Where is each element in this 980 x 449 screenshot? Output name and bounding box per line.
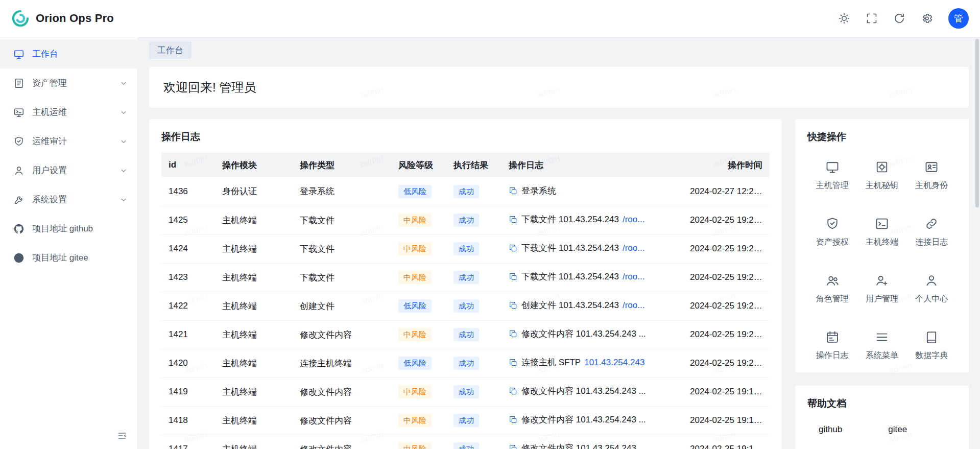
app-layout: 工作台资产管理主机运维运维审计用户设置系统设置项目地址 github项目地址 g… [0, 37, 980, 449]
sidebar-item-label: 项目地址 github [32, 223, 93, 234]
result-badge: 成功 [453, 357, 479, 370]
logs-table-header-row: id操作模块操作类型风险等级执行结果操作日志操作时间 [161, 153, 770, 177]
risk-badge: 低风险 [398, 357, 432, 370]
sidebar-item-label: 系统设置 [32, 194, 67, 205]
quick-action-data-dict[interactable]: 数据字典 [907, 330, 957, 361]
quick-action-role-manage[interactable]: 角色管理 [807, 273, 857, 304]
result-badge: 成功 [453, 414, 479, 427]
sidebar-item-label: 运维审计 [32, 135, 67, 147]
log-time: 2024-02-25 19:20:37 [683, 349, 770, 377]
copy-icon[interactable] [509, 415, 518, 424]
copy-icon[interactable] [509, 301, 518, 310]
quick-action-asset-grant[interactable]: 资产授权 [807, 217, 857, 248]
log-id: 1424 [161, 234, 215, 263]
theme-toggle-icon[interactable] [838, 12, 850, 25]
copy-icon[interactable] [509, 272, 518, 281]
log-module: 主机终端 [215, 234, 293, 263]
quick-action-label: 资产授权 [816, 237, 849, 248]
help-docs-title: 帮助文档 [807, 397, 957, 410]
sidebar-item-label: 工作台 [32, 48, 58, 60]
log-link[interactable]: /roo... [623, 243, 644, 253]
log-link[interactable]: /roo... [623, 272, 644, 282]
quick-action-host-key[interactable]: 主机秘钥 [857, 160, 906, 191]
help-links: githubgitee [807, 424, 957, 435]
asset-grant-icon [825, 217, 840, 231]
quick-action-terminal[interactable]: 主机终端 [857, 217, 906, 248]
fullscreen-icon[interactable] [866, 12, 878, 25]
log-time: 2024-02-27 12:28:59 [683, 177, 770, 206]
log-link[interactable]: /roo... [623, 215, 644, 225]
sidebar-item-workbench[interactable]: 工作台 [0, 39, 137, 68]
sidebar-item-audit[interactable]: 运维审计 [0, 127, 137, 156]
quick-actions-card: 快捷操作 主机管理主机秘钥主机身份资产授权主机终端连接日志角色管理用户管理个人中… [795, 119, 969, 372]
sidebar-collapse-icon[interactable] [117, 431, 127, 441]
main-area: 工作台 欢迎回来! 管理员 操作日志 id操作模块操作类型风险等级执行结果操作日… [138, 37, 980, 449]
assets-icon [13, 78, 25, 89]
quick-action-profile[interactable]: 个人中心 [907, 273, 957, 304]
sidebar-item-user[interactable]: 用户设置 [0, 156, 137, 185]
help-link-gitee[interactable]: gitee [888, 424, 907, 435]
log-row: 1420主机终端连接主机终端低风险成功连接主机 SFTP 101.43.254.… [161, 349, 770, 377]
quick-actions-title: 快捷操作 [807, 130, 957, 144]
log-type: 创建文件 [293, 292, 391, 320]
copy-icon[interactable] [509, 358, 518, 367]
result-badge: 成功 [453, 214, 479, 227]
log-id: 1423 [161, 263, 215, 292]
chevron-down-icon [119, 137, 128, 146]
log-id: 1419 [161, 377, 215, 406]
logs-column-header: 风险等级 [391, 153, 446, 177]
sidebar-item-label: 项目地址 gitee [32, 252, 88, 264]
copy-icon[interactable] [509, 387, 518, 396]
welcome-card: 欢迎回来! 管理员 [149, 67, 969, 108]
log-module: 主机终端 [215, 377, 293, 406]
page-scrollbar[interactable] [975, 38, 980, 449]
audit-icon [13, 136, 25, 147]
log-module: 身份认证 [215, 177, 293, 206]
sidebar-item-assets[interactable]: 资产管理 [0, 68, 137, 98]
log-message: 下载文件 101.43.254.243 [521, 214, 619, 225]
quick-action-host-manage[interactable]: 主机管理 [807, 160, 857, 191]
risk-badge: 中风险 [398, 214, 432, 227]
result-badge: 成功 [453, 185, 479, 198]
quick-action-user-manage[interactable]: 用户管理 [857, 273, 906, 304]
user-icon [13, 165, 25, 176]
logs-column-header: id [161, 153, 215, 177]
copy-icon[interactable] [509, 186, 518, 196]
sidebar-item-system[interactable]: 系统设置 [0, 185, 137, 214]
risk-badge: 中风险 [398, 385, 432, 398]
scrollbar-thumb[interactable] [975, 39, 979, 207]
logs-column-header: 操作时间 [683, 153, 770, 177]
sidebar-item-github[interactable]: 项目地址 github [0, 214, 137, 243]
user-avatar[interactable]: 管 [948, 8, 969, 29]
log-link[interactable]: 101.43.254.243 [584, 358, 644, 368]
quick-action-connect-log[interactable]: 连接日志 [907, 217, 957, 248]
copy-icon[interactable] [509, 244, 518, 253]
log-time: 2024-02-25 19:28:17 [683, 206, 770, 234]
log-type: 修改文件内容 [293, 377, 391, 406]
tab-chip-workbench[interactable]: 工作台 [149, 41, 192, 59]
refresh-icon[interactable] [893, 12, 905, 25]
sidebar-item-gitee[interactable]: 项目地址 gitee [0, 243, 137, 272]
github-icon [13, 223, 25, 234]
result-badge: 成功 [453, 242, 479, 255]
quick-action-system-menu[interactable]: 系统菜单 [857, 330, 906, 361]
quick-action-operation-log[interactable]: 操作日志 [807, 330, 857, 361]
log-link[interactable]: /roo... [623, 300, 644, 311]
quick-action-host-identity[interactable]: 主机身份 [907, 160, 957, 191]
sidebar-item-host-ops[interactable]: 主机运维 [0, 98, 137, 127]
tab-bar: 工作台 [138, 37, 980, 63]
log-id: 1436 [161, 177, 215, 206]
help-link-github[interactable]: github [819, 424, 842, 435]
connect-log-icon [924, 217, 939, 231]
quick-action-label: 主机秘钥 [866, 180, 898, 191]
copy-icon[interactable] [509, 444, 518, 449]
copy-icon[interactable] [509, 215, 518, 224]
host-manage-icon [825, 160, 840, 174]
settings-gear-icon[interactable] [921, 12, 933, 25]
sidebar-menu: 工作台资产管理主机运维运维审计用户设置系统设置项目地址 github项目地址 g… [0, 39, 137, 272]
log-module: 主机终端 [215, 406, 293, 435]
copy-icon[interactable] [509, 329, 518, 339]
result-badge: 成功 [453, 442, 479, 449]
log-row: 1424主机终端下载文件中风险成功下载文件 101.43.254.243 /ro… [161, 234, 770, 263]
log-type: 修改文件内容 [293, 406, 391, 435]
